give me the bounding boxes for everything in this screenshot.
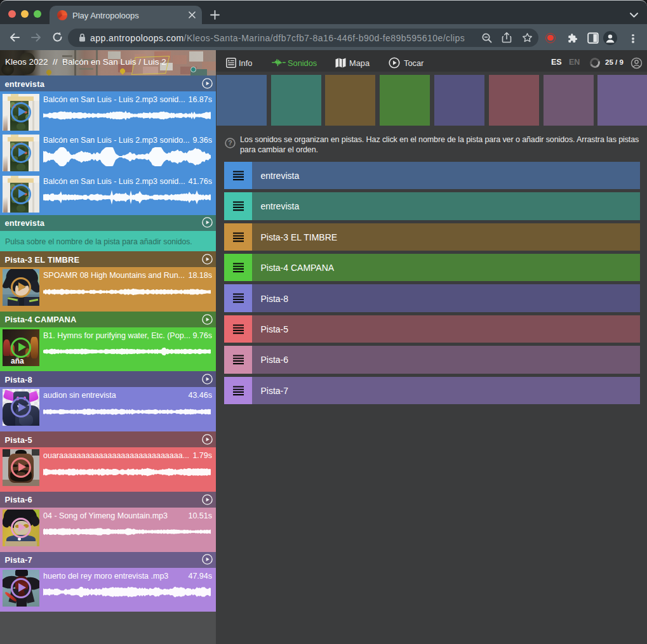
svg-text:?: ? [228,139,232,147]
